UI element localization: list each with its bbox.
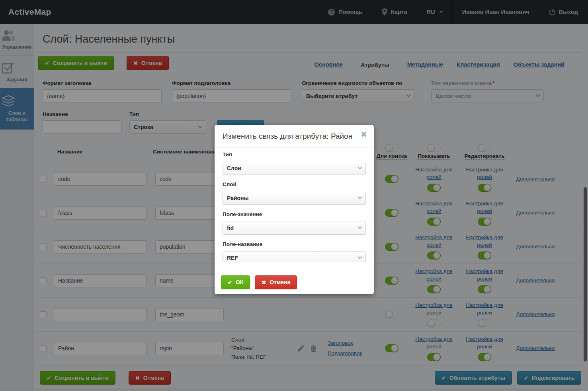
value-field-select[interactable]: fid xyxy=(223,222,366,235)
name-field-value: REF xyxy=(227,255,358,261)
modal-ok-label: ОК xyxy=(236,279,243,285)
relation-type-select[interactable]: Слои xyxy=(223,162,366,175)
relation-layer-value: Районы xyxy=(227,195,358,201)
x-icon: ✖ xyxy=(262,279,266,285)
modal-cancel-button[interactable]: ✖ Отмена xyxy=(255,275,297,289)
chevron-down-icon xyxy=(357,255,362,259)
modal-title: Изменить связь для атрибута: Район xyxy=(223,131,356,142)
relation-type-label: Тип xyxy=(223,151,366,158)
value-field-label: Поле-значение xyxy=(223,211,366,218)
modal-footer: ✔ ОК ✖ Отмена xyxy=(215,270,374,294)
chevron-down-icon xyxy=(357,225,362,229)
value-field-value: fid xyxy=(227,225,358,231)
close-icon[interactable]: ✖ xyxy=(361,131,367,138)
name-field-select[interactable]: REF xyxy=(223,251,366,262)
check-icon: ✔ xyxy=(228,279,232,285)
relation-type-value: Слои xyxy=(227,165,358,171)
name-field-label: Поле-название xyxy=(223,241,366,248)
edit-relation-modal: Изменить связь для атрибута: Район ✖ Тип… xyxy=(215,125,374,294)
chevron-down-icon xyxy=(357,165,362,169)
relation-layer-label: Слой xyxy=(223,181,366,188)
modal-cancel-label: Отмена xyxy=(270,279,290,285)
modal-header: Изменить связь для атрибута: Район ✖ xyxy=(215,125,374,147)
modal-ok-button[interactable]: ✔ ОК xyxy=(221,275,250,289)
chevron-down-icon xyxy=(357,195,362,199)
relation-layer-select[interactable]: Районы xyxy=(223,192,366,205)
modal-body: Тип Слои Слой Районы Поле-значение fid П… xyxy=(215,147,374,262)
